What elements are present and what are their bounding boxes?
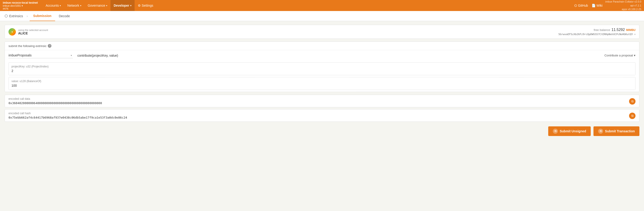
extrinsic-box: submit the following extrinsic ? imbuePr… xyxy=(4,41,640,92)
nav-accounts[interactable]: Accounts ▾ xyxy=(42,0,64,11)
param-projectkey: projectKey: u32 (ProjectIndex) xyxy=(8,62,636,75)
account-info: using the selected account ALICE xyxy=(18,29,48,35)
param-projectkey-label: projectKey: u32 (ProjectIndex) xyxy=(12,65,632,68)
wiki-icon: 📄 xyxy=(592,4,596,7)
brand-number: #476 xyxy=(3,7,8,10)
brand-sub[interactable]: imbue-dev/1001 ▾ xyxy=(3,4,23,7)
encoded-call-hash-content: encoded call hash 0x75ebb662af4c64417b69… xyxy=(8,112,127,119)
nav-developer[interactable]: Developer ▾ xyxy=(110,0,134,11)
extrinsic-header: submit the following extrinsic ? xyxy=(5,42,639,50)
account-row: ● using the selected account ALICE free … xyxy=(4,25,640,39)
brand: imbue rococo-local testnet imbue-dev/100… xyxy=(3,1,38,10)
extrinsic-controls: imbueProposals ▾ contribute(projectKey, … xyxy=(5,50,639,60)
submit-unsigned-icon: ⟲ xyxy=(553,129,558,134)
account-address[interactable]: 5GrwvaEF5zXb26Fz9rcQpDWSS57CtERHpNehXCPc… xyxy=(558,33,636,36)
gear-icon: ⚙ xyxy=(138,4,141,7)
help-icon[interactable]: ? xyxy=(48,44,52,48)
avatar: ● xyxy=(8,28,16,35)
brand-name: imbue rococo-local testnet xyxy=(3,1,38,4)
wiki-link[interactable]: 📄 Wiki xyxy=(592,4,602,7)
param-value: value: u128 (BalanceOf) xyxy=(8,77,636,90)
encoded-call-hash-label: encoded call hash xyxy=(8,112,127,115)
app-header: imbue rococo-local testnet imbue-dev/100… xyxy=(0,0,644,11)
account-name: ALICE xyxy=(18,31,48,35)
main-nav: Accounts ▾ Network ▾ Governance ▾ Develo… xyxy=(42,0,157,11)
module-select[interactable]: imbueProposals xyxy=(8,52,73,58)
account-hint: using the selected account xyxy=(18,29,48,31)
encoded-call-data-label: encoded call data xyxy=(8,97,102,100)
chevron-down-icon: ▾ xyxy=(634,54,636,57)
encoded-call-data-section: encoded call data 0x36040200000064000000… xyxy=(4,95,640,107)
breadcrumb: ⬡ Extrinsics xyxy=(4,14,27,18)
submit-unsigned-button[interactable]: ⟲ Submit Unsigned xyxy=(548,126,591,136)
chevron-down-icon: ▾ xyxy=(80,4,81,7)
encoded-call-hash-section: encoded call hash 0x75ebb662af4c64417b69… xyxy=(4,109,640,122)
nav-network[interactable]: Network ▾ xyxy=(64,0,84,11)
nav-governance[interactable]: Governance ▾ xyxy=(84,0,110,11)
github-link[interactable]: ⌬ GitHub xyxy=(574,4,588,7)
submit-transaction-icon: ⟲ xyxy=(598,129,603,134)
encoded-call-data-value: 0x36040200000064000000000000000000000000… xyxy=(8,101,102,105)
param-projectkey-input[interactable] xyxy=(12,69,632,73)
encoded-call-data-content: encoded call data 0x36040200000064000000… xyxy=(8,97,102,105)
main-content: ● using the selected account ALICE free … xyxy=(0,21,644,142)
chevron-down-icon: ▾ xyxy=(60,4,61,7)
tab-decode[interactable]: Decode xyxy=(55,11,74,21)
chevron-down-icon: ▾ xyxy=(106,4,107,7)
param-value-label: value: u128 (BalanceOf) xyxy=(12,80,632,83)
breadcrumb-bar: ⬡ Extrinsics › Submission Decode xyxy=(0,11,644,21)
call-name: contribute(projectKey, value) xyxy=(78,54,600,57)
account-left: ● using the selected account ALICE xyxy=(8,28,48,35)
account-balance: free balance 11.5292 MIMBU xyxy=(594,28,636,32)
bottom-bar: ⟲ Submit Unsigned ⟲ Submit Transaction xyxy=(4,124,640,139)
tab-submission[interactable]: Submission xyxy=(30,11,55,21)
extrinsics-icon: ⬡ xyxy=(4,14,8,18)
param-value-input[interactable] xyxy=(12,84,632,87)
proposal-type-dropdown[interactable]: Contribute a proposal ▾ xyxy=(604,54,636,57)
version-info: imbue Parachain Collator v2.0.0 api v7.2… xyxy=(605,0,641,11)
nav-settings[interactable]: ⚙ Settings xyxy=(134,0,157,11)
breadcrumb-separator: › xyxy=(27,14,28,18)
copy-call-hash-button[interactable]: ⧉ xyxy=(629,113,636,119)
submit-transaction-button[interactable]: ⟲ Submit Transaction xyxy=(594,126,640,136)
chevron-down-icon: ▾ xyxy=(130,4,131,7)
chevron-down-icon: ▾ xyxy=(634,33,636,35)
encoded-call-hash-value: 0x75ebb662af4c64417b6968af937e0438c06db5… xyxy=(8,116,127,119)
module-select-wrapper: imbueProposals ▾ xyxy=(8,52,73,58)
header-links: ⌬ GitHub 📄 Wiki xyxy=(574,4,602,7)
github-icon: ⌬ xyxy=(574,4,577,7)
account-right: free balance 11.5292 MIMBU 5GrwvaEF5zXb2… xyxy=(558,28,636,36)
copy-call-data-button[interactable]: ⧉ xyxy=(629,98,636,105)
